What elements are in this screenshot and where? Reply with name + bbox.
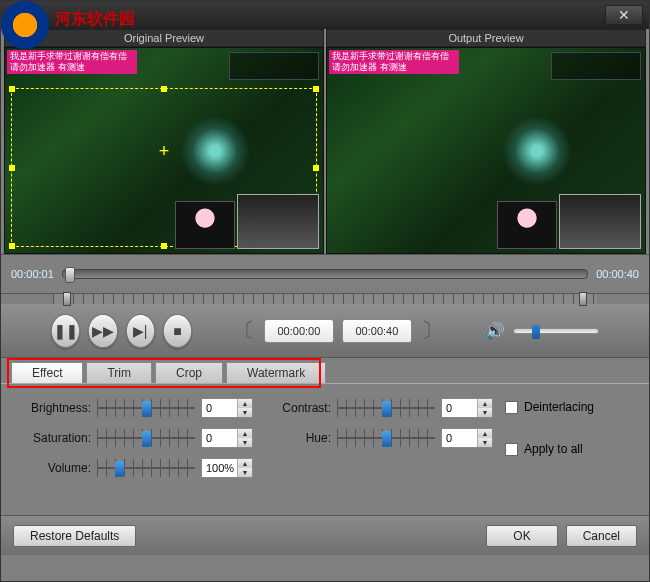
- effect-panel: Brightness: 0▲▼ Saturation: 0▲▼ Volume: …: [1, 383, 649, 515]
- brightness-label: Brightness:: [15, 401, 91, 415]
- volume-effect-slider[interactable]: [97, 459, 195, 477]
- volume-down[interactable]: ▼: [237, 468, 252, 477]
- trim-start-handle[interactable]: [63, 292, 71, 306]
- brightness-down[interactable]: ▼: [237, 408, 252, 417]
- playback-controls: ❚❚ ▶▶ ▶| ■ 〔 00:00:00 00:00:40 〕 🔊: [1, 304, 649, 358]
- brightness-up[interactable]: ▲: [237, 399, 252, 408]
- saturation-label: Saturation:: [15, 431, 91, 445]
- apply-all-checkbox[interactable]: [505, 443, 518, 456]
- hue-up[interactable]: ▲: [477, 429, 492, 438]
- pause-button[interactable]: ❚❚: [51, 314, 80, 348]
- saturation-slider[interactable]: [97, 429, 195, 447]
- brightness-slider[interactable]: [97, 399, 195, 417]
- brightness-field[interactable]: 0▲▼: [201, 398, 253, 418]
- contrast-label: Contrast:: [255, 401, 331, 415]
- deinterlacing-label: Deinterlacing: [524, 400, 594, 414]
- minimap-out: [559, 194, 641, 249]
- volume-up[interactable]: ▲: [237, 459, 252, 468]
- volume-label: Volume:: [15, 461, 91, 475]
- tab-watermark[interactable]: Watermark: [226, 362, 326, 383]
- edit-window: Edit ✕ 河东软件园 www.pc0359.cn Original Prev…: [0, 0, 650, 582]
- bracket-open-icon[interactable]: 〔: [232, 317, 256, 344]
- deinterlacing-checkbox[interactable]: [505, 401, 518, 414]
- bracket-close-icon[interactable]: 〕: [420, 317, 444, 344]
- saturation-down[interactable]: ▼: [237, 438, 252, 447]
- hue-down[interactable]: ▼: [477, 438, 492, 447]
- contrast-slider[interactable]: [337, 399, 435, 417]
- output-preview: 我是新手求带过谢谢有偿有偿 请勿加速器 有测速: [326, 47, 646, 254]
- trim-end-handle[interactable]: [579, 292, 587, 306]
- next-frame-button[interactable]: ▶|: [126, 314, 155, 348]
- time-total: 00:00:40: [596, 268, 639, 280]
- saturation-field[interactable]: 0▲▼: [201, 428, 253, 448]
- volume-icon[interactable]: 🔊: [485, 321, 505, 340]
- tab-trim[interactable]: Trim: [86, 362, 152, 383]
- webcam-overlay-out: [497, 201, 557, 249]
- trim-ruler[interactable]: [53, 294, 597, 304]
- timeline-track[interactable]: [62, 269, 588, 279]
- stop-button[interactable]: ■: [163, 314, 192, 348]
- trim-start-time[interactable]: 00:00:00: [264, 319, 334, 343]
- timeline-knob[interactable]: [65, 267, 75, 283]
- fast-forward-button[interactable]: ▶▶: [88, 314, 117, 348]
- trim-end-time[interactable]: 00:00:40: [342, 319, 412, 343]
- close-button[interactable]: ✕: [605, 5, 643, 25]
- webcam-overlay: [175, 201, 235, 249]
- saturation-up[interactable]: ▲: [237, 429, 252, 438]
- original-preview[interactable]: 我是新手求带过谢谢有偿有偿 请勿加速器 有测速 +: [4, 47, 324, 254]
- output-preview-label: Output Preview: [326, 29, 646, 47]
- time-current: 00:00:01: [11, 268, 54, 280]
- volume-slider[interactable]: [513, 328, 599, 334]
- hue-slider[interactable]: [337, 429, 435, 447]
- ingame-overlay-text-out: 我是新手求带过谢谢有偿有偿 请勿加速器 有测速: [329, 50, 459, 74]
- cancel-button[interactable]: Cancel: [566, 525, 637, 547]
- tab-bar: Effect Trim Crop Watermark: [1, 358, 649, 383]
- apply-all-label: Apply to all: [524, 442, 583, 456]
- contrast-down[interactable]: ▼: [477, 408, 492, 417]
- tab-crop[interactable]: Crop: [155, 362, 223, 383]
- brand-text: 河东软件园: [55, 9, 135, 30]
- footer: Restore Defaults OK Cancel: [1, 515, 649, 555]
- hue-field[interactable]: 0▲▼: [441, 428, 493, 448]
- ok-button[interactable]: OK: [486, 525, 557, 547]
- contrast-field[interactable]: 0▲▼: [441, 398, 493, 418]
- watermark-logo: 河东软件园: [1, 1, 61, 56]
- tab-effect[interactable]: Effect: [11, 362, 83, 383]
- contrast-up[interactable]: ▲: [477, 399, 492, 408]
- hue-label: Hue:: [255, 431, 331, 445]
- restore-defaults-button[interactable]: Restore Defaults: [13, 525, 136, 547]
- minimap: [237, 194, 319, 249]
- timeline: 00:00:01 00:00:40: [1, 254, 649, 294]
- volume-field[interactable]: 100%▲▼: [201, 458, 253, 478]
